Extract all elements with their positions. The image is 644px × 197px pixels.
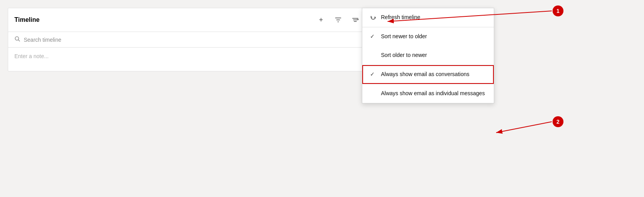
note-area[interactable]: Enter a note... [8,48,385,71]
sort-newer-check-icon: ✓ [370,33,377,39]
refresh-icon [370,14,377,21]
conversations-check-icon: ✓ [370,71,377,77]
dropdown-menu: Refresh timeline ✓ Sort newer to older S… [362,8,494,103]
sort-older-item[interactable]: Sort older to newer [362,46,494,65]
timeline-header: Timeline + ⋮ [8,8,385,32]
annotation-badge-2: 2 [553,116,563,127]
conversations-item[interactable]: ✓ Always show email as conversations [362,65,494,84]
timeline-title: Timeline [14,16,310,23]
sort-newer-label: Sort newer to older [381,33,486,41]
sort-button[interactable] [349,14,361,26]
annotation-badge-1: 1 [553,5,563,16]
filter-button[interactable] [332,14,344,26]
note-placeholder: Enter a note... [14,53,49,59]
sort-newer-item[interactable]: ✓ Sort newer to older [362,27,494,46]
svg-line-4 [496,122,552,133]
individual-messages-item[interactable]: Always show email as individual messages [362,84,494,103]
individual-messages-label: Always show email as individual messages [381,90,486,98]
search-bar: Search timeline [8,32,385,48]
conversations-label: Always show email as conversations [381,71,486,78]
search-placeholder[interactable]: Search timeline [24,37,61,43]
add-button[interactable]: + [315,14,327,26]
search-icon [14,36,21,43]
filter-icon [335,16,342,23]
sort-older-label: Sort older to newer [381,51,486,59]
refresh-timeline-item[interactable]: Refresh timeline [362,8,494,27]
timeline-panel: Timeline + ⋮ Search timeline Enter a not… [8,8,385,71]
refresh-timeline-label: Refresh timeline [381,14,486,21]
sort-icon [352,16,359,23]
